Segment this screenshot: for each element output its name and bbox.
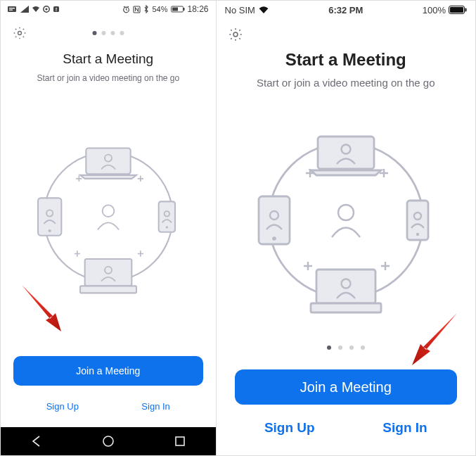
header-row (217, 19, 475, 43)
svg-point-23 (165, 226, 167, 228)
page-title: Start a Meeting (217, 50, 475, 70)
join-meeting-button[interactable]: Join a Meeting (13, 356, 203, 386)
svg-point-30 (102, 205, 114, 217)
battery-icon (449, 6, 467, 14)
page-dot-3[interactable] (110, 31, 115, 35)
svg-rect-49 (316, 270, 375, 303)
page-dot-4[interactable] (120, 31, 124, 35)
android-nav-bar (1, 427, 216, 455)
android-screen: f 54% 18:26 (1, 1, 217, 455)
svg-rect-11 (172, 8, 178, 11)
svg-rect-1 (9, 8, 15, 8)
ios-screen: No SIM 6:32 PM 100% Start a Meeting Star… (217, 1, 475, 455)
clock-text: 18:26 (188, 4, 209, 14)
nfc-icon (133, 6, 141, 13)
svg-point-36 (233, 32, 238, 37)
alarm-icon (122, 6, 130, 13)
notification-icon (8, 6, 18, 13)
svg-point-31 (103, 436, 113, 446)
page-dot-1[interactable] (92, 31, 96, 35)
nav-home-button[interactable] (94, 427, 122, 455)
svg-point-47 (416, 232, 419, 235)
wifi-icon (32, 6, 40, 13)
sign-in-link[interactable]: Sign In (134, 397, 176, 416)
svg-rect-0 (8, 6, 16, 12)
svg-rect-32 (176, 437, 184, 445)
settings-gear-icon[interactable] (12, 25, 27, 41)
app-icon-2: f (53, 6, 60, 13)
nav-recents-button[interactable] (166, 427, 194, 455)
page-title: Start a Meeting (1, 51, 216, 67)
clock-text: 6:32 PM (328, 5, 363, 15)
svg-point-19 (48, 229, 51, 232)
battery-icon (171, 6, 185, 13)
svg-rect-27 (80, 286, 136, 293)
page-dot-2[interactable] (101, 31, 105, 35)
signal-icon (20, 6, 29, 13)
auth-row: Sign Up Sign In (15, 397, 202, 416)
battery-percent: 100% (423, 5, 446, 15)
page-dot-2[interactable] (338, 346, 342, 350)
svg-point-43 (272, 236, 276, 241)
svg-rect-2 (9, 10, 13, 11)
svg-rect-35 (450, 7, 463, 13)
battery-percent: 54% (152, 5, 167, 13)
page-dot-4[interactable] (361, 346, 365, 350)
nav-back-button[interactable] (22, 427, 51, 455)
illustration: .ln{fill:none;stroke:#b9bbc8;stroke-widt… (1, 84, 216, 349)
svg-rect-34 (465, 8, 467, 12)
auth-row: Sign Up Sign In (231, 416, 461, 440)
page-dot-3[interactable] (349, 346, 354, 350)
svg-point-12 (18, 32, 22, 35)
android-status-bar: f 54% 18:26 (1, 1, 216, 18)
sign-up-link[interactable]: Sign Up (257, 416, 322, 440)
join-meeting-button[interactable]: Join a Meeting (235, 369, 457, 405)
settings-gear-icon[interactable] (228, 27, 243, 42)
svg-text:f: f (56, 7, 57, 12)
svg-rect-10 (184, 8, 185, 11)
sign-up-link[interactable]: Sign Up (39, 397, 86, 416)
illustration: .ln2{fill:none;stroke:#b9bbc8;stroke-wid… (217, 90, 475, 350)
svg-rect-51 (311, 303, 381, 312)
svg-rect-25 (84, 259, 131, 286)
svg-rect-38 (318, 137, 374, 169)
page-subtitle: Start or join a video meeting on the go (238, 75, 454, 90)
ios-status-bar: No SIM 6:32 PM 100% (217, 1, 475, 19)
wifi-icon (258, 6, 269, 14)
carrier-text: No SIM (225, 5, 255, 15)
app-icon-1 (43, 6, 50, 13)
sign-in-link[interactable]: Sign In (375, 416, 434, 440)
page-indicator (92, 31, 124, 35)
page-subtitle: Start or join a video meeting on the go (13, 72, 203, 84)
svg-point-4 (45, 8, 47, 10)
page-dot-1[interactable] (327, 346, 331, 350)
svg-point-54 (338, 205, 354, 220)
page-indicator (217, 346, 475, 350)
bluetooth-icon (143, 5, 149, 13)
header-row (1, 18, 216, 42)
